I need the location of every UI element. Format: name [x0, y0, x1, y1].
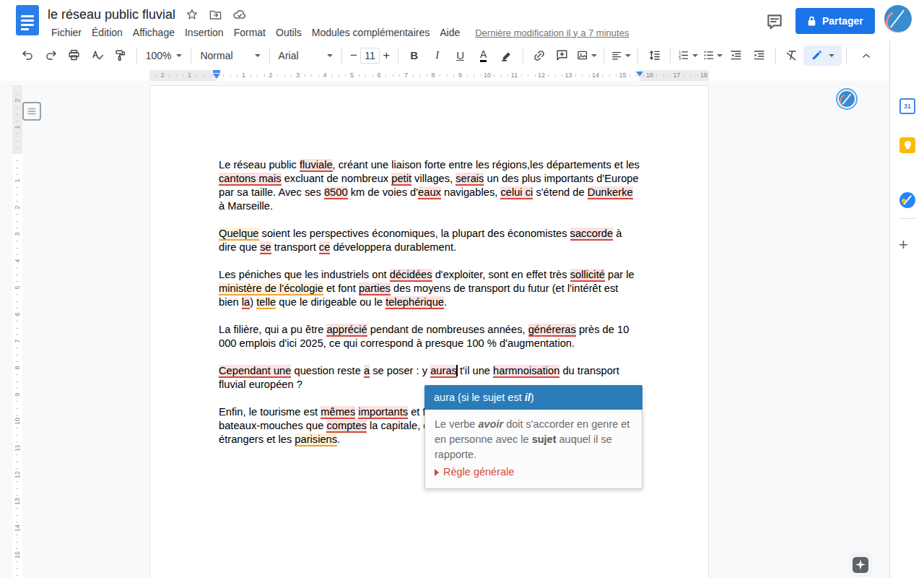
bulleted-list-button[interactable]: [701, 46, 724, 66]
clear-formatting-button[interactable]: [781, 46, 803, 66]
decrease-font-button[interactable]: −: [346, 48, 360, 63]
grammar-marked-word[interactable]: décidées: [390, 269, 432, 282]
zoom-select[interactable]: 100%: [141, 46, 187, 65]
calendar-icon[interactable]: 31: [899, 98, 915, 114]
left-indent-marker[interactable]: [213, 74, 220, 79]
grammar-marked-word[interactable]: 8500: [324, 186, 348, 199]
insert-image-button[interactable]: [575, 46, 598, 66]
horizontal-ruler: 12123456789101112131415161718: [0, 70, 924, 81]
line-spacing-button[interactable]: [643, 46, 665, 66]
grammar-marked-word[interactable]: ce: [319, 241, 331, 254]
text-color-button[interactable]: A: [473, 46, 494, 66]
grammar-marked-word[interactable]: comptes: [326, 420, 367, 433]
menu-aide[interactable]: Aide: [435, 25, 465, 40]
grammar-marked-word[interactable]: auras: [430, 365, 457, 378]
grammar-marked-word[interactable]: importants: [358, 406, 408, 419]
tasks-icon[interactable]: [899, 192, 915, 208]
grammar-marked-word[interactable]: serais: [456, 173, 484, 186]
font-size-input[interactable]: 11: [360, 48, 380, 64]
editing-mode-button[interactable]: [803, 46, 842, 66]
numbered-list-button[interactable]: 123: [676, 46, 699, 66]
italic-button[interactable]: I: [427, 46, 448, 66]
menu-format[interactable]: Format: [229, 25, 271, 40]
docs-logo-icon[interactable]: [16, 5, 39, 35]
menu-fichier[interactable]: Fichier: [46, 25, 87, 40]
underline-button[interactable]: U: [450, 46, 471, 66]
paragraph[interactable]: La filière, qui a pu être apprécié penda…: [219, 323, 641, 350]
grammar-marked-word[interactable]: celui ci: [500, 186, 533, 199]
right-indent-marker[interactable]: [636, 72, 643, 77]
comment-history-icon[interactable]: [765, 12, 784, 31]
grammar-marked-word[interactable]: sollicité: [570, 269, 605, 282]
explore-button[interactable]: [849, 553, 872, 577]
menu-edition[interactable]: Édition: [87, 25, 128, 40]
grammar-marked-word[interactable]: parties: [359, 282, 391, 296]
explore-star-icon: [853, 557, 868, 573]
text-run: d'exploiter, sont en effet très: [432, 269, 570, 280]
print-button[interactable]: [64, 46, 85, 66]
decrease-indent-button[interactable]: [725, 46, 747, 66]
font-select[interactable]: Arial: [274, 46, 338, 65]
grammar-marked-word[interactable]: fluviale: [300, 159, 333, 172]
increase-font-button[interactable]: +: [380, 48, 393, 63]
collapse-toolbar-button[interactable]: [855, 46, 877, 66]
collaborator-avatar[interactable]: [837, 90, 856, 108]
text-run: ): [250, 296, 256, 308]
keep-icon[interactable]: [899, 137, 915, 153]
star-icon[interactable]: [186, 8, 199, 21]
document-page[interactable]: Le réseau public fluviale, créant une li…: [149, 85, 709, 578]
menu-modules[interactable]: Modules complémentaires: [307, 25, 435, 40]
grammar-rule-link[interactable]: Règle générale: [435, 465, 632, 480]
add-addon-icon[interactable]: +: [899, 237, 908, 253]
paint-format-button[interactable]: [110, 46, 131, 66]
grammar-marked-word[interactable]: harmnoisation: [493, 365, 559, 378]
grammar-marked-word[interactable]: généreras: [528, 324, 576, 337]
move-folder-icon[interactable]: [209, 8, 222, 22]
grammar-popup-title[interactable]: aura (si le sujet est il): [424, 385, 642, 410]
redo-button[interactable]: [40, 46, 62, 66]
insert-link-button[interactable]: [528, 46, 550, 66]
grammar-marked-word[interactable]: Cependant une: [219, 365, 291, 378]
first-line-indent-marker[interactable]: [213, 70, 220, 73]
menu-insertion[interactable]: Insertion: [180, 25, 229, 40]
grammar-marked-word[interactable]: se: [260, 241, 271, 254]
paragraph[interactable]: Quelque soient les perspectives économiq…: [219, 227, 641, 254]
grammar-marked-word[interactable]: a: [364, 365, 370, 378]
text-run: que le dirigeable ou le: [276, 296, 385, 308]
cloud-saved-icon[interactable]: [232, 7, 247, 22]
grammar-marked-word[interactable]: la: [242, 296, 250, 309]
account-avatar[interactable]: [884, 5, 912, 33]
document-title[interactable]: le réseau public fluvial: [48, 7, 175, 22]
text-run: .: [337, 434, 340, 445]
undo-button[interactable]: [17, 46, 39, 66]
paragraph[interactable]: Les péniches que les industriels ont déc…: [219, 268, 641, 309]
grammar-marked-word[interactable]: eaux: [418, 186, 441, 199]
highlight-color-button[interactable]: [496, 46, 518, 66]
grammar-marked-word[interactable]: cantons mais: [219, 173, 282, 186]
style-select[interactable]: Normal: [196, 46, 264, 65]
align-button[interactable]: [609, 46, 632, 66]
grammar-marked-word[interactable]: telephérique: [385, 296, 444, 309]
spellcheck-button[interactable]: [87, 46, 108, 66]
menu-affichage[interactable]: Affichage: [128, 25, 180, 40]
text-run: , créant une liaison forte entre les rég…: [333, 159, 640, 171]
grammar-marked-word[interactable]: Dunkerke: [588, 186, 633, 199]
bold-button[interactable]: B: [404, 46, 425, 66]
paragraph[interactable]: Le réseau public fluviale, créant une li…: [219, 158, 641, 213]
menu-outils[interactable]: Outils: [271, 25, 307, 40]
grammar-marked-word[interactable]: ministère de l'écologie: [219, 282, 323, 296]
grammar-marked-word[interactable]: parisiens: [295, 434, 337, 447]
grammar-marked-word[interactable]: apprécié: [326, 324, 367, 337]
svg-text:3: 3: [679, 56, 681, 61]
grammar-marked-word[interactable]: Quelque: [219, 228, 259, 241]
share-button[interactable]: Partager: [796, 8, 875, 34]
last-modified-link[interactable]: Dernière modification il y a 7 minutes: [475, 27, 629, 38]
insert-comment-button[interactable]: [552, 46, 573, 66]
grammar-marked-word[interactable]: saccorde: [570, 228, 614, 241]
grammar-marked-word[interactable]: telle: [256, 296, 276, 309]
grammar-marked-word[interactable]: mêmes: [321, 406, 355, 419]
grammar-marked-word[interactable]: petit: [391, 173, 411, 186]
document-outline-button[interactable]: [22, 102, 41, 121]
increase-indent-button[interactable]: [749, 46, 770, 66]
grammar-popup-body: Le verbe avoir doit s'accorder en genre …: [435, 417, 632, 462]
